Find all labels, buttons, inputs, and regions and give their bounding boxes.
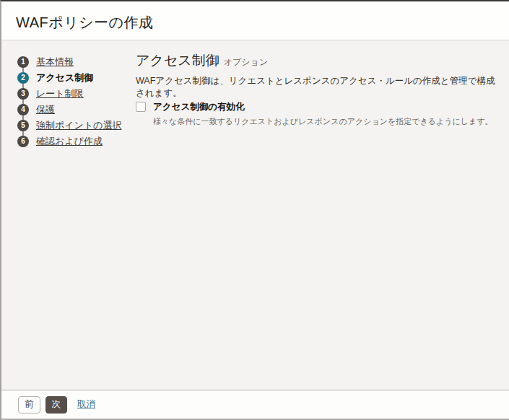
section-description: WAFアクセス制御は、リクエストとレスポンスのアクセス・ルールの作成と管理で構成… bbox=[136, 75, 497, 100]
dialog-header: WAFポリシーの作成 bbox=[1, 1, 509, 40]
dialog-footer: 前 次 取消 bbox=[1, 390, 509, 419]
enable-access-control-label[interactable]: アクセス制御の有効化 bbox=[153, 101, 493, 113]
create-waf-policy-dialog: WAFポリシーの作成 1基本情報2アクセス制御3レート制限4保護5強制ポイントの… bbox=[0, 0, 509, 420]
step-link[interactable]: 基本情報 bbox=[36, 56, 74, 69]
wizard-step: 4保護 bbox=[17, 102, 55, 118]
step-number-badge: 2 bbox=[17, 72, 29, 84]
step-link[interactable]: 強制ポイントの選択 bbox=[36, 119, 122, 132]
step-link[interactable]: 確認および作成 bbox=[36, 135, 103, 148]
step-link[interactable]: レート制限 bbox=[36, 87, 84, 100]
enable-access-control-helper: 様々な条件に一致するリクエストおよびレスポンスのアクションを指定できるようにしま… bbox=[153, 116, 493, 127]
step-number-badge: 4 bbox=[17, 104, 29, 115]
section-heading-text: アクセス制御 bbox=[136, 53, 219, 68]
next-button[interactable]: 次 bbox=[45, 396, 68, 414]
enable-access-control-checkbox[interactable] bbox=[136, 102, 146, 112]
step-number-badge: 1 bbox=[17, 56, 29, 68]
step-number-badge: 6 bbox=[17, 136, 29, 147]
step-link: アクセス制御 bbox=[36, 71, 93, 84]
wizard-step: 3レート制限 bbox=[17, 86, 84, 102]
wizard-step: 6確認および作成 bbox=[17, 134, 103, 149]
main-content: アクセス制御オプション WAFアクセス制御は、リクエストとレスポンスのアクセス・… bbox=[136, 41, 509, 389]
optional-badge: オプション bbox=[224, 57, 268, 67]
enable-access-control-row: アクセス制御の有効化 様々な条件に一致するリクエストおよびレスポンスのアクション… bbox=[136, 101, 493, 127]
wizard-step: 5強制ポイントの選択 bbox=[17, 118, 122, 134]
page-title: WAFポリシーの作成 bbox=[16, 13, 154, 32]
step-link[interactable]: 保護 bbox=[36, 103, 55, 116]
previous-button[interactable]: 前 bbox=[18, 396, 40, 414]
wizard-step: 1基本情報 bbox=[17, 54, 74, 70]
wizard-step: 2アクセス制御 bbox=[17, 70, 93, 86]
step-number-badge: 5 bbox=[17, 120, 29, 131]
cancel-link[interactable]: 取消 bbox=[77, 398, 95, 411]
step-number-badge: 3 bbox=[17, 88, 29, 100]
checkbox-texts: アクセス制御の有効化 様々な条件に一致するリクエストおよびレスポンスのアクション… bbox=[153, 101, 493, 127]
section-heading: アクセス制御オプション bbox=[136, 51, 268, 70]
